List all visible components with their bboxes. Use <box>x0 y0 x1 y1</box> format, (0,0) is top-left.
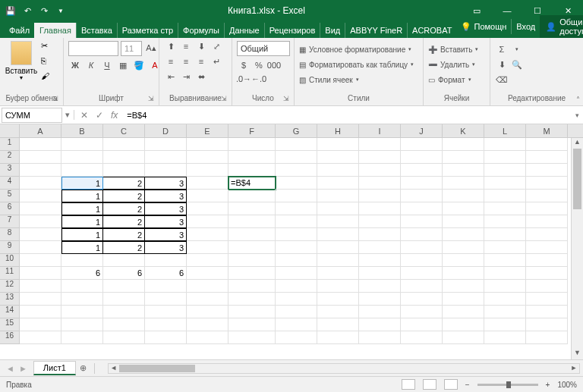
cell-G13[interactable] <box>276 293 317 306</box>
tab-insert[interactable]: Вставка <box>76 23 117 38</box>
cell-B7[interactable]: 1 <box>61 215 103 228</box>
paste-button[interactable]: Вставить ▼ <box>5 39 38 80</box>
cell-B4[interactable]: 1 <box>61 177 103 190</box>
cell-L13[interactable] <box>484 293 526 306</box>
cell-E13[interactable] <box>187 293 228 306</box>
row-header[interactable]: 9 <box>0 241 20 254</box>
currency-icon[interactable]: $ <box>237 58 251 72</box>
cell-B10[interactable] <box>61 254 103 267</box>
cell-L10[interactable] <box>484 254 526 267</box>
cell-J5[interactable] <box>401 190 443 202</box>
page-layout-view-icon[interactable] <box>423 379 436 390</box>
cell-D10[interactable] <box>145 254 187 267</box>
cell-L1[interactable] <box>484 138 526 151</box>
cell-C5[interactable]: 2 <box>103 190 145 202</box>
col-header[interactable]: K <box>443 124 484 137</box>
cell-I12[interactable] <box>359 280 401 293</box>
cell-B14[interactable] <box>61 306 103 318</box>
fill-icon[interactable]: ⬇ <box>495 58 509 71</box>
cell-E15[interactable] <box>187 318 228 331</box>
cell-C15[interactable] <box>103 318 145 331</box>
sort-icon[interactable]: ▾ <box>510 42 524 56</box>
underline-button[interactable]: Ч <box>100 58 114 72</box>
cell-K12[interactable] <box>443 280 484 293</box>
cell-K14[interactable] <box>443 306 484 318</box>
cell-G1[interactable] <box>276 138 317 151</box>
cell-I3[interactable] <box>359 164 401 177</box>
cell-B16[interactable] <box>61 331 103 344</box>
fx-icon[interactable]: fx <box>111 110 118 121</box>
cell-C8[interactable]: 2 <box>103 228 145 241</box>
col-header[interactable]: M <box>526 124 568 137</box>
sheet-tab[interactable]: Лист1 <box>33 361 76 375</box>
cell-E14[interactable] <box>187 306 228 318</box>
cell-L3[interactable] <box>484 164 526 177</box>
align-top-icon[interactable]: ⬆ <box>164 39 178 53</box>
cell-F14[interactable] <box>228 306 276 318</box>
align-bottom-icon[interactable]: ⬇ <box>194 39 208 53</box>
cell-M16[interactable] <box>526 331 568 344</box>
cell-A6[interactable] <box>20 202 61 215</box>
cell-G2[interactable] <box>276 151 317 164</box>
scroll-left-icon[interactable]: ◄ <box>109 364 119 372</box>
row-header[interactable]: 8 <box>0 228 20 241</box>
cancel-icon[interactable]: ✕ <box>80 110 88 121</box>
tell-me[interactable]: 💡 Помощн <box>456 19 511 35</box>
cell-J4[interactable] <box>401 177 443 190</box>
cell-C11[interactable]: 6 <box>103 267 145 280</box>
cell-M6[interactable] <box>526 202 568 215</box>
align-left-icon[interactable]: ≡ <box>164 55 178 68</box>
cell-L8[interactable] <box>484 228 526 241</box>
cell-F10[interactable] <box>228 254 276 267</box>
cell-I2[interactable] <box>359 151 401 164</box>
expand-formula-bar-icon[interactable]: ▾ <box>571 111 583 119</box>
cell-K4[interactable] <box>443 177 484 190</box>
decrease-indent-icon[interactable]: ⇤ <box>164 70 178 83</box>
cell-L4[interactable] <box>484 177 526 190</box>
cell-I16[interactable] <box>359 331 401 344</box>
cell-E8[interactable] <box>187 228 228 241</box>
page-break-view-icon[interactable] <box>444 379 458 390</box>
cell-H4[interactable] <box>317 177 359 190</box>
cell-G3[interactable] <box>276 164 317 177</box>
increase-font-icon[interactable]: A▴ <box>144 41 158 55</box>
tab-formulas[interactable]: Формулы <box>178 23 224 38</box>
cell-B9[interactable]: 1 <box>61 241 103 254</box>
cell-A11[interactable] <box>20 267 61 280</box>
cell-I9[interactable] <box>359 241 401 254</box>
cell-H13[interactable] <box>317 293 359 306</box>
row-header[interactable]: 6 <box>0 202 20 215</box>
cell-I8[interactable] <box>359 228 401 241</box>
row-header[interactable]: 11 <box>0 267 20 280</box>
cell-K13[interactable] <box>443 293 484 306</box>
cell-B1[interactable] <box>61 138 103 151</box>
cell-H11[interactable] <box>317 267 359 280</box>
cell-K8[interactable] <box>443 228 484 241</box>
clear-icon[interactable]: ⌫ <box>495 73 509 86</box>
cell-E12[interactable] <box>187 280 228 293</box>
cell-D14[interactable] <box>145 306 187 318</box>
cell-E6[interactable] <box>187 202 228 215</box>
save-icon[interactable]: 💾 <box>5 5 17 17</box>
cell-I1[interactable] <box>359 138 401 151</box>
copy-icon[interactable]: ⎘ <box>41 56 53 67</box>
autosum-icon[interactable]: Σ <box>495 42 509 56</box>
cell-G8[interactable] <box>276 228 317 241</box>
cell-L14[interactable] <box>484 306 526 318</box>
row-header[interactable]: 5 <box>0 190 20 202</box>
tab-acrobat[interactable]: ACROBAT <box>407 23 456 38</box>
cell-F1[interactable] <box>228 138 276 151</box>
tab-abbyy[interactable]: ABBYY FineR <box>345 23 407 38</box>
cell-H7[interactable] <box>317 215 359 228</box>
cell-H2[interactable] <box>317 151 359 164</box>
cell-B3[interactable] <box>61 164 103 177</box>
cell-M2[interactable] <box>526 151 568 164</box>
cell-D11[interactable]: 6 <box>145 267 187 280</box>
cell-A5[interactable] <box>20 190 61 202</box>
cell-I11[interactable] <box>359 267 401 280</box>
cell-B12[interactable] <box>61 280 103 293</box>
cell-J15[interactable] <box>401 318 443 331</box>
cell-L9[interactable] <box>484 241 526 254</box>
cell-A8[interactable] <box>20 228 61 241</box>
prev-sheet-icon[interactable]: ◄ <box>6 364 14 373</box>
